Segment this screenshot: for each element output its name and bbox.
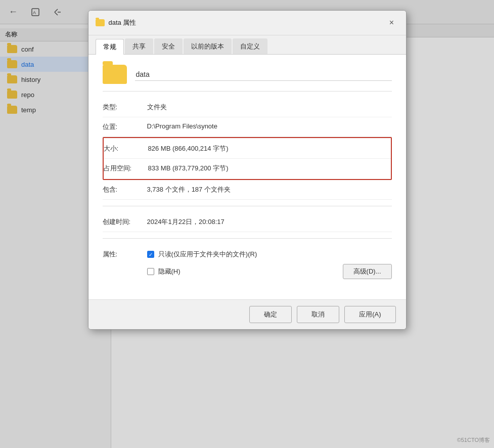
attributes-label: 属性: xyxy=(103,250,143,259)
tab-sharing[interactable]: 共享 xyxy=(125,38,153,54)
value-size: 826 MB (866,400,214 字节) xyxy=(148,144,391,153)
label-size: 大小: xyxy=(104,144,144,153)
info-row-disk-size: 占用空间: 833 MB (873,779,200 字节) xyxy=(104,159,391,178)
value-location: D:\Program Files\synote xyxy=(147,122,392,130)
divider-2 xyxy=(103,206,392,206)
dialog-title-text: data 属性 xyxy=(109,18,137,27)
hidden-checkbox[interactable] xyxy=(147,268,154,275)
info-row-location: 位置: D:\Program Files\synote xyxy=(103,117,392,137)
folder-name-input[interactable] xyxy=(135,68,392,81)
dialog-overlay: data 属性 × 常规 共享 安全 以前的版本 自定义 xyxy=(0,0,494,448)
readonly-label: 只读(仅应用于文件夹中的文件)(R) xyxy=(158,250,257,259)
info-row-type: 类型: 文件夹 xyxy=(103,98,392,117)
dialog-title-area: data 属性 xyxy=(96,18,137,27)
folder-name-row xyxy=(103,65,392,84)
label-contains: 包含: xyxy=(103,185,143,194)
value-type: 文件夹 xyxy=(147,103,392,112)
watermark: ©51CTO博客 xyxy=(457,436,490,444)
divider-3 xyxy=(103,238,392,239)
tab-previous-versions[interactable]: 以前的版本 xyxy=(184,38,232,54)
attributes-section: 属性: 只读(仅应用于文件夹中的文件)(R) 隐藏(H) 高级(D)... xyxy=(103,245,392,289)
divider-1 xyxy=(103,91,392,92)
advanced-button[interactable]: 高级(D)... xyxy=(343,264,392,279)
dialog-tabs: 常规 共享 安全 以前的版本 自定义 xyxy=(88,35,406,55)
dialog-title-folder-icon xyxy=(96,19,105,26)
tab-customize[interactable]: 自定义 xyxy=(233,38,267,54)
dialog-footer: 确定 取消 应用(A) xyxy=(88,299,406,329)
attributes-row-label: 属性: 只读(仅应用于文件夹中的文件)(R) xyxy=(103,250,392,259)
hidden-label: 隐藏(H) xyxy=(158,267,181,276)
label-type: 类型: xyxy=(103,103,143,112)
label-location: 位置: xyxy=(103,122,143,131)
label-disk-size: 占用空间: xyxy=(104,164,144,173)
value-contains: 3,738 个文件，187 个文件夹 xyxy=(147,185,392,194)
tab-security[interactable]: 安全 xyxy=(154,38,183,54)
dialog-body: 类型: 文件夹 位置: D:\Program Files\synote 大小: … xyxy=(88,55,406,299)
size-highlight-box: 大小: 826 MB (866,400,214 字节) 占用空间: 833 MB… xyxy=(103,137,392,180)
properties-dialog: data 属性 × 常规 共享 安全 以前的版本 自定义 xyxy=(88,10,407,330)
label-created: 创建时间: xyxy=(103,217,143,227)
value-created: 2024年1月22日，20:08:17 xyxy=(147,217,392,227)
cancel-button[interactable]: 取消 xyxy=(297,306,339,323)
dialog-titlebar: data 属性 × xyxy=(88,11,406,35)
info-row-contains: 包含: 3,738 个文件，187 个文件夹 xyxy=(103,180,392,200)
hidden-attr-row: 隐藏(H) 高级(D)... xyxy=(103,264,392,279)
ok-button[interactable]: 确定 xyxy=(249,306,292,323)
tab-general[interactable]: 常规 xyxy=(96,39,124,55)
info-row-created: 创建时间: 2024年1月22日，20:08:17 xyxy=(103,212,392,232)
apply-button[interactable]: 应用(A) xyxy=(344,306,395,323)
value-disk-size: 833 MB (873,779,200 字节) xyxy=(148,164,391,173)
dialog-close-button[interactable]: × xyxy=(385,16,399,30)
readonly-checkbox[interactable] xyxy=(147,251,154,258)
info-row-size: 大小: 826 MB (866,400,214 字节) xyxy=(104,139,391,159)
big-folder-icon xyxy=(103,65,127,84)
